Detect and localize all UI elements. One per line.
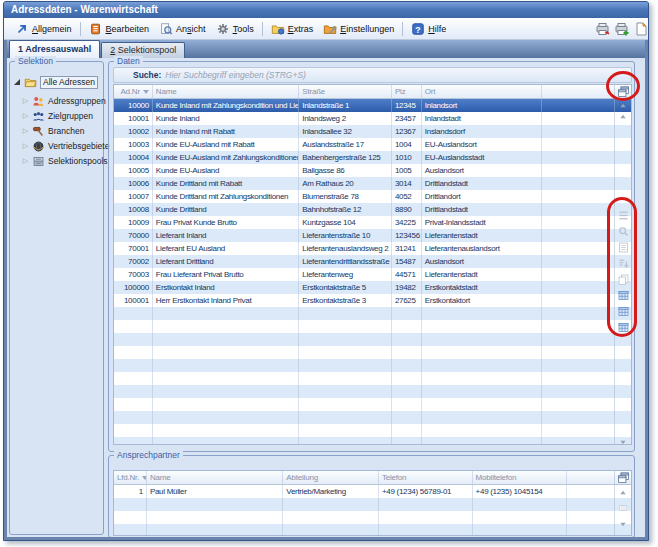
cell-plz: 1005 [392,164,422,177]
cell-adnr: 10003 [114,138,153,151]
tree-item-adressgruppen[interactable]: ▷Adressgruppen [22,94,106,108]
column-chooser-icon[interactable] [617,471,630,484]
view-icon [159,22,173,36]
column-header-lfd-nr[interactable]: Lfd.Nr. [114,471,147,484]
table-row[interactable]: 70001Lieferant EU AuslandLieferantenausl… [114,242,631,255]
table-row[interactable]: 70000Lieferant InlandLieferantenstraße 1… [114,229,631,242]
tree-item-selektionspools[interactable]: ▷Selektionspools [22,154,108,168]
column-header-name[interactable]: Name [147,471,283,484]
cell-street: Inlandstraße 1 [299,99,392,112]
cell-empty [299,385,392,398]
cell-empty [422,320,543,333]
table-row[interactable]: 10001Kunde InlandInlandsweg 223457Inland… [114,112,631,125]
cell-name: Frau Lieferant Privat Brutto [153,268,299,281]
target-groups-icon [32,110,45,123]
cell-empty [392,333,422,346]
search-input[interactable]: Suche: Hier Suchbegriff eingeben (STRG+S… [113,67,632,83]
column-header-telefon[interactable]: Telefon [379,471,473,484]
cell-empty [153,372,299,385]
cell-mobil: +49 (1235) 1045154 [473,485,568,498]
table-row[interactable]: 10007Kunde Drittland mit Zahlungskonditi… [114,190,631,203]
cell-empty [422,333,543,346]
up-arrow-icon[interactable] [618,101,628,111]
menu-item-bearbeiten[interactable]: Bearbeiten [84,20,155,38]
menu-item-extras[interactable]: Extras [266,20,319,38]
table-row[interactable]: 100001Herr Erstkontakt Inland PrivatErst… [114,294,631,307]
cell-ort: Lieferantenstadt [422,268,543,281]
cell-ort: Privat-Inlandsstadt [422,216,543,229]
table-row[interactable]: 10008Kunde DrittlandBahnhofstraße 128890… [114,203,631,216]
cell-adnr: 10009 [114,216,153,229]
daten-group-label: Daten [114,56,143,67]
cell-name: Lieferant Drittland [153,255,299,268]
tree-item-zielgruppen[interactable]: ▷Zielgruppen [22,109,93,123]
expander-closed-icon[interactable]: ▷ [22,112,29,120]
cell-empty [542,138,631,151]
tree-item-alle-adressen[interactable]: Alle Adressen [14,75,98,89]
expander-closed-icon[interactable]: ▷ [22,157,29,165]
column-header-abteilung[interactable]: Abteilung [283,471,379,484]
cell-street: Inlandsallee 32 [299,125,392,138]
expander-closed-icon[interactable]: ▷ [22,97,29,105]
down-arrow-icon[interactable] [618,437,628,445]
cell-plz: 4052 [392,190,422,203]
column-header-plz[interactable]: Plz [392,85,422,98]
table-row[interactable]: 1Paul MüllerVertrieb/Marketing+49 (1234)… [114,485,631,498]
menu-item-hilfe[interactable]: ?Hilfe [406,20,451,38]
table-row[interactable]: 10009Frau Privat Kunde BruttoKuntzgasse … [114,216,631,229]
expander-open-icon[interactable] [14,79,20,85]
industries-icon [32,125,45,138]
new-page-icon[interactable] [633,21,649,37]
expander-closed-icon[interactable]: ▷ [22,127,29,135]
cell-empty [422,346,543,359]
cell-street: Babenbergerstraße 125 [299,151,392,164]
column-header-ort[interactable]: Ort [422,85,543,98]
search-label: Suche: [133,70,161,80]
header-row: Ad.NrNameStraßePlzOrt [114,85,631,99]
up-arrow-icon[interactable] [618,488,628,498]
cell-plz: 3014 [392,177,422,190]
cell-empty [114,307,153,320]
expander-closed-icon[interactable]: ▷ [22,142,29,150]
column-header-ad-nr[interactable]: Ad.Nr [114,85,153,98]
table-row[interactable]: 10003Kunde EU-Ausland mit RabattAuslands… [114,138,631,151]
menu-item-allgemein[interactable]: Allgemein [10,20,77,38]
table-row[interactable]: 10004Kunde EU-Ausland mit Zahlungskondit… [114,151,631,164]
menu-item-einstellungen[interactable]: Einstellungen [318,20,399,38]
table-row[interactable]: 10006Kunde Drittland mit RabattAm Rathau… [114,177,631,190]
up-arrow-icon[interactable] [618,112,628,122]
columns-icon[interactable] [618,503,628,513]
table-row[interactable]: 100000Erstkontakt InlandErstkontaktstraß… [114,281,631,294]
contact-table-header: Lfd.Nr.NameAbteilungTelefonMobiltelefon [114,471,631,485]
cell-empty [392,359,422,372]
cell-ort: Inslandsdorf [422,125,543,138]
column-header-mobiltelefon[interactable]: Mobiltelefon [473,471,568,484]
down-arrow-icon[interactable] [618,519,628,529]
empty-row [114,498,631,511]
cell-name: Lieferant Inland [153,229,299,242]
table-row[interactable]: 70002Lieferant DrittlandLieferantendritt… [114,255,631,268]
cell-ort: Auslandsort [422,255,543,268]
table-row[interactable]: 10000Kunde Inland mit Zahlungskondition … [114,99,631,112]
tree-item-label: Branchen [48,126,84,136]
tree-item-branchen[interactable]: ▷Branchen [22,124,84,138]
table-row[interactable]: 10002Kunde Inland mit RabattInlandsallee… [114,125,631,138]
cell-name: Erstkontakt Inland [153,281,299,294]
tree-item-vertriebsgebiete[interactable]: ▷Vertriebsgebiete [22,139,109,153]
cell-name: Frau Privat Kunde Brutto [153,216,299,229]
title-bar[interactable]: Adressdaten - Warenwirtschaft [4,2,648,18]
selektion-panel: Selektion Alle Adressen▷Adressgruppen▷Zi… [9,61,104,535]
export-add-icon[interactable] [614,21,630,37]
selektion-group-label: Selektion [15,56,56,67]
menu-label-extras: Extras [288,24,314,34]
table-row[interactable]: 10005Kunde EU-AuslandBallgasse 861005Aus… [114,164,631,177]
cell-empty [422,424,543,437]
cell-empty [299,346,392,359]
cell-empty [299,398,392,411]
column-header-stra-e[interactable]: Straße [299,85,392,98]
export-remove-icon[interactable] [595,21,611,37]
column-header-name[interactable]: Name [153,85,299,98]
table-row[interactable]: 70003Frau Lieferant Privat BruttoLiefera… [114,268,631,281]
menu-item-tools[interactable]: Tools [211,20,259,38]
menu-item-ansicht[interactable]: Ansicht [154,20,211,38]
